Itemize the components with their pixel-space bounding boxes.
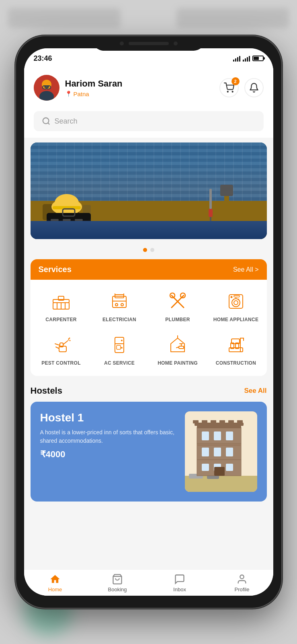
service-item-electrician[interactable]: Electrician xyxy=(92,286,147,326)
plumber-label: Plumber xyxy=(165,317,190,323)
service-item-plumber[interactable]: Plumber xyxy=(150,286,205,326)
services-section: Services See All > xyxy=(31,259,267,376)
signal-icon xyxy=(233,55,240,62)
svg-rect-62 xyxy=(117,345,121,349)
home-painting-label: HOME PAINTING xyxy=(158,360,198,367)
pest-control-label: PEST CONTROL xyxy=(41,360,81,367)
search-bar[interactable]: Search xyxy=(34,111,264,131)
ac-service-icon-wrap xyxy=(107,333,131,357)
bell-icon xyxy=(249,83,259,93)
user-location: 📍 Patna xyxy=(65,91,123,97)
dot-1[interactable] xyxy=(143,248,147,252)
svg-rect-88 xyxy=(214,448,221,456)
svg-point-61 xyxy=(121,347,123,349)
construction-icon-wrap xyxy=(224,333,248,357)
nav-item-inbox[interactable]: Inbox xyxy=(149,574,211,592)
hostel-card[interactable]: Hostel 1 A hostel is a lower-priced inn … xyxy=(31,402,267,502)
hostel-info: Hostel 1 A hostel is a lower-priced inn … xyxy=(40,411,178,492)
hostels-title: Hostels xyxy=(31,386,62,396)
svg-marker-63 xyxy=(171,338,184,352)
carousel-dots xyxy=(24,244,273,256)
electrician-icon-wrap xyxy=(107,289,131,314)
electrician-icon xyxy=(109,291,129,312)
nav-label-profile: Profile xyxy=(235,586,250,592)
carpenter-icon xyxy=(51,291,71,312)
construction-label: Construction xyxy=(216,360,256,367)
carpenter-label: Carpenter xyxy=(45,317,76,323)
status-icons xyxy=(233,55,264,62)
notch-dot xyxy=(120,41,124,45)
pest-control-icon xyxy=(51,335,71,355)
screen-content[interactable]: Hariom Saran 📍 Patna 2 xyxy=(24,68,273,569)
svg-rect-13 xyxy=(209,189,212,209)
screwdriver-icon xyxy=(207,189,215,221)
svg-rect-46 xyxy=(234,295,240,297)
banner-jeans xyxy=(31,221,267,239)
svg-rect-89 xyxy=(226,448,233,456)
status-bar: 23:46 xyxy=(24,48,273,68)
svg-rect-97 xyxy=(202,420,207,423)
nav-item-profile[interactable]: Profile xyxy=(211,574,273,592)
svg-line-52 xyxy=(67,340,69,341)
ac-service-icon xyxy=(109,335,129,355)
svg-rect-65 xyxy=(179,346,184,349)
svg-point-104 xyxy=(240,575,244,579)
bottom-nav: Home Booking Inbox xyxy=(24,569,273,596)
avatar[interactable] xyxy=(34,75,59,101)
notification-button[interactable] xyxy=(244,78,264,97)
svg-rect-86 xyxy=(226,431,233,440)
home-nav-icon xyxy=(49,574,61,585)
nav-item-home[interactable]: Home xyxy=(24,574,86,592)
hostels-section: Hostels See All Hostel 1 A hostel is a l… xyxy=(24,379,273,505)
hostels-header: Hostels See All xyxy=(31,386,267,396)
svg-rect-96 xyxy=(193,420,199,423)
location-text: Patna xyxy=(74,91,89,97)
hostels-see-all[interactable]: See All xyxy=(244,387,266,395)
hammer-icon xyxy=(219,185,235,221)
service-item-home-painting[interactable]: HOME PAINTING xyxy=(150,330,205,370)
ac-service-label: AC SERVICE xyxy=(104,360,135,367)
svg-rect-12 xyxy=(220,185,233,196)
home-appliance-icon xyxy=(226,291,246,312)
hostel-name: Hostel 1 xyxy=(40,411,178,424)
svg-point-35 xyxy=(121,303,123,306)
home-painting-icon-wrap xyxy=(166,333,190,357)
hostel-building-illustration xyxy=(185,411,257,492)
cart-badge: 2 xyxy=(231,77,240,85)
phone-shell: 23:46 xyxy=(16,36,281,608)
svg-rect-98 xyxy=(211,420,216,423)
phone-screen: 23:46 xyxy=(24,48,273,596)
inbox-nav-icon xyxy=(174,574,185,585)
user-name: Hariom Saran xyxy=(65,78,123,89)
svg-rect-99 xyxy=(219,420,225,423)
home-appliance-label: HOME APPLIANCE xyxy=(213,317,258,323)
svg-rect-58 xyxy=(115,337,124,353)
svg-point-43 xyxy=(232,299,240,307)
banner-image[interactable] xyxy=(31,142,267,239)
home-painting-icon xyxy=(168,335,188,355)
service-item-carpenter[interactable]: Carpenter xyxy=(34,286,89,326)
svg-rect-87 xyxy=(202,448,209,456)
status-time: 23:46 xyxy=(34,54,52,63)
plumber-icon-wrap xyxy=(166,289,190,314)
service-item-pest-control[interactable]: PEST CONTROL xyxy=(34,330,89,370)
nav-item-booking[interactable]: Booking xyxy=(86,574,149,592)
notch-speaker xyxy=(129,42,169,45)
service-item-ac-service[interactable]: AC SERVICE xyxy=(92,330,147,370)
services-header: Services See All > xyxy=(31,259,267,280)
header-actions: 2 xyxy=(219,78,264,97)
profile-nav-icon xyxy=(236,574,248,585)
svg-rect-92 xyxy=(226,464,233,471)
svg-rect-11 xyxy=(224,193,229,221)
nav-label-home: Home xyxy=(48,586,62,592)
service-item-construction[interactable]: Construction xyxy=(209,330,264,370)
electrician-label: Electrician xyxy=(102,317,136,323)
carpenter-icon-wrap xyxy=(49,289,73,314)
services-title: Services xyxy=(39,265,72,274)
svg-rect-100 xyxy=(228,420,234,423)
service-item-home-appliance[interactable]: HOME APPLIANCE xyxy=(209,286,264,326)
dot-2[interactable] xyxy=(150,248,154,252)
services-see-all[interactable]: See All > xyxy=(233,266,259,273)
nav-label-inbox: Inbox xyxy=(173,586,186,592)
cart-button[interactable]: 2 xyxy=(219,78,239,97)
